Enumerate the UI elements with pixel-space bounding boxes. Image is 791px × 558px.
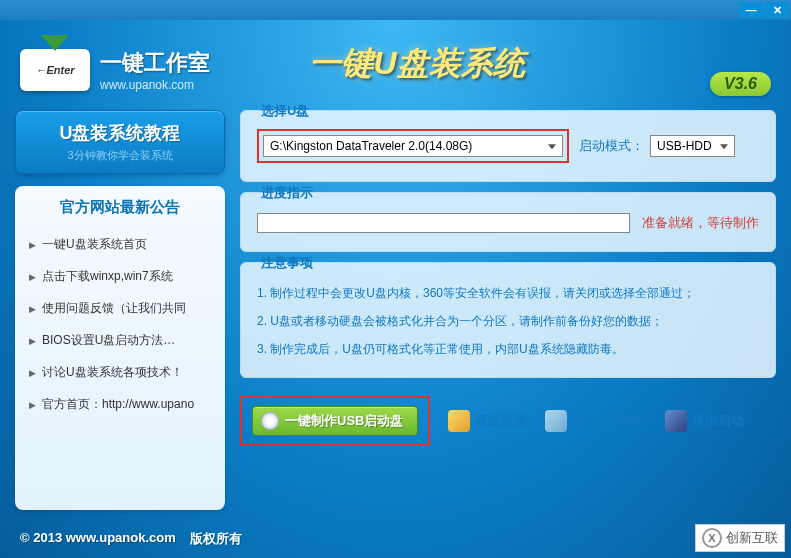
announcement-list: 一键U盘装系统首页 点击下载winxp,win7系统 使用问题反馈（让我们共同 … bbox=[29, 229, 211, 421]
list-item[interactable]: 一键U盘装系统首页 bbox=[29, 229, 211, 261]
notes-list: 1. 制作过程中会更改U盘内核，360等安全软件会有误报，请关闭或选择全部通过；… bbox=[257, 279, 759, 363]
note-item: 1. 制作过程中会更改U盘内核，360等安全软件会有误报，请关闭或选择全部通过； bbox=[257, 279, 759, 307]
select-usb-panel: 选择U盘 G:\Kingston DataTraveler 2.0(14.08G… bbox=[240, 110, 776, 182]
list-item[interactable]: BIOS设置U盘启动方法… bbox=[29, 325, 211, 357]
make-usb-button[interactable]: 一键制作USB启动盘 bbox=[252, 406, 418, 436]
boot-mode-select[interactable]: USB-HDD bbox=[650, 135, 735, 157]
notes-panel: 注意事项 1. 制作过程中会更改U盘内核，360等安全软件会有误报，请关闭或选择… bbox=[240, 262, 776, 378]
app-title: 一键U盘装系统 bbox=[309, 42, 524, 86]
list-item[interactable]: 点击下载winxp,win7系统 bbox=[29, 261, 211, 293]
watermark-text: 创新互联 bbox=[726, 529, 778, 547]
logo-text: 一键工作室 www.upanok.com bbox=[100, 48, 210, 92]
app-window: ←Enter 一键工作室 www.upanok.com 一键U盘装系统 V3.6… bbox=[0, 20, 791, 558]
boot-mode-label: 启动模式： bbox=[579, 137, 644, 155]
usb-highlight-box: G:\Kingston DataTraveler 2.0(14.08G) bbox=[257, 129, 569, 163]
version-badge: V3.6 bbox=[710, 72, 771, 96]
announcement-panel: 官方网站最新公告 一键U盘装系统首页 点击下载winxp,win7系统 使用问题… bbox=[15, 186, 225, 510]
header: ←Enter 一键工作室 www.upanok.com 一键U盘装系统 V3.6 bbox=[0, 20, 791, 110]
list-item[interactable]: 官方首页：http://www.upano bbox=[29, 389, 211, 421]
download-arrow-icon bbox=[41, 35, 69, 51]
minimize-button[interactable]: — bbox=[739, 2, 763, 18]
logo-title: 一键工作室 bbox=[100, 48, 210, 78]
note-item: 2. U盘或者移动硬盘会被格式化并合为一个分区，请制作前备份好您的数据； bbox=[257, 307, 759, 335]
simulate-boot-button[interactable]: 模拟启动 bbox=[665, 410, 744, 432]
advanced-settings-button[interactable]: 高级设置 bbox=[448, 410, 527, 432]
close-button[interactable]: ✕ bbox=[765, 2, 789, 18]
list-item[interactable]: 讨论U盘装系统各项技术！ bbox=[29, 357, 211, 389]
note-item: 3. 制作完成后，U盘仍可格式化等正常使用，内部U盘系统隐藏防毒。 bbox=[257, 335, 759, 363]
list-item[interactable]: 使用问题反馈（让我们共同 bbox=[29, 293, 211, 325]
progress-status: 准备就绪，等待制作 bbox=[642, 214, 759, 232]
footer: © 2013 www.upanok.com 版权所有 bbox=[20, 530, 242, 548]
disc-icon bbox=[261, 412, 279, 430]
gear-icon bbox=[448, 410, 470, 432]
tutorial-button[interactable]: U盘装系统教程 3分钟教你学会装系统 bbox=[15, 110, 225, 174]
logo-icon: ←Enter bbox=[20, 49, 90, 91]
copyright: © 2013 www.upanok.com bbox=[20, 530, 176, 548]
usb-drive-select[interactable]: G:\Kingston DataTraveler 2.0(14.08G) bbox=[263, 135, 563, 157]
restore-space-button[interactable]: 归还U盘空间 bbox=[545, 410, 646, 432]
monitor-icon bbox=[665, 410, 687, 432]
make-button-highlight: 一键制作USB启动盘 bbox=[240, 396, 430, 446]
logo-enter-text: ←Enter bbox=[35, 64, 74, 76]
main-area: 选择U盘 G:\Kingston DataTraveler 2.0(14.08G… bbox=[240, 110, 776, 510]
logo: ←Enter 一键工作室 www.upanok.com bbox=[20, 48, 210, 92]
panel-title: 进度指示 bbox=[257, 184, 317, 202]
window-titlebar: — ✕ bbox=[0, 0, 791, 20]
progress-bar bbox=[257, 213, 630, 233]
watermark-logo-icon: X bbox=[702, 528, 722, 548]
watermark: X 创新互联 bbox=[695, 524, 785, 552]
logo-url: www.upanok.com bbox=[100, 78, 210, 92]
sidebar: U盘装系统教程 3分钟教你学会装系统 官方网站最新公告 一键U盘装系统首页 点击… bbox=[15, 110, 225, 510]
panel-title: 注意事项 bbox=[257, 254, 317, 272]
tutorial-subtitle: 3分钟教你学会装系统 bbox=[24, 148, 216, 163]
rights: 版权所有 bbox=[190, 530, 242, 548]
action-buttons-row: 一键制作USB启动盘 高级设置 归还U盘空间 模拟启动 bbox=[240, 388, 776, 446]
content: U盘装系统教程 3分钟教你学会装系统 官方网站最新公告 一键U盘装系统首页 点击… bbox=[0, 110, 791, 510]
tutorial-title: U盘装系统教程 bbox=[24, 121, 216, 145]
announcement-title: 官方网站最新公告 bbox=[29, 198, 211, 217]
restore-icon bbox=[545, 410, 567, 432]
progress-panel: 进度指示 准备就绪，等待制作 bbox=[240, 192, 776, 252]
panel-title: 选择U盘 bbox=[257, 102, 313, 120]
